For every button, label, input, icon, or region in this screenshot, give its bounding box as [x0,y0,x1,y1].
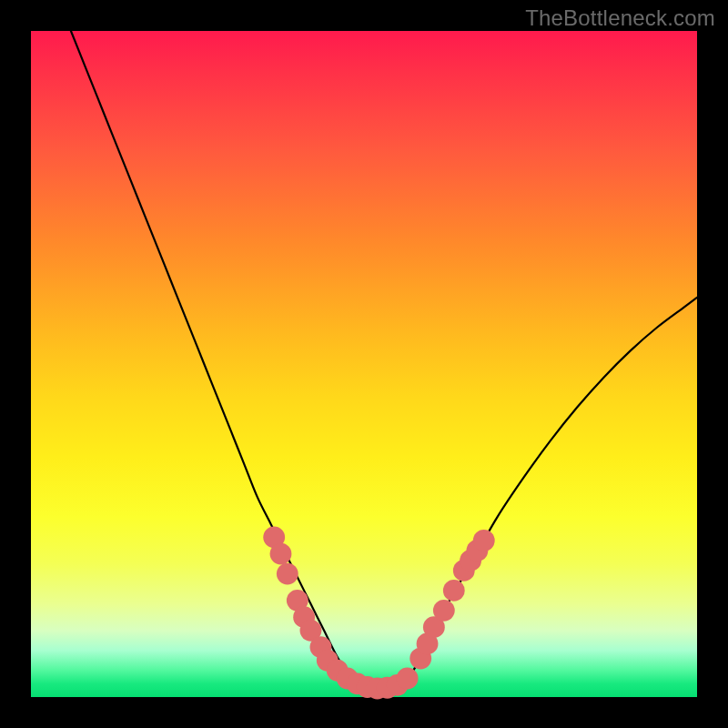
bottleneck-curve [71,31,697,691]
curve-marker [397,668,419,690]
plot-area [31,31,697,697]
curve-marker [473,530,495,551]
curve-marker [443,580,465,602]
curve-markers [263,526,494,699]
curve-marker [433,600,455,622]
chart-svg [31,31,697,697]
chart-frame: TheBottleneck.com [0,0,728,728]
watermark-text: TheBottleneck.com [525,5,715,31]
curve-marker [277,563,298,585]
curve-marker [270,543,292,565]
